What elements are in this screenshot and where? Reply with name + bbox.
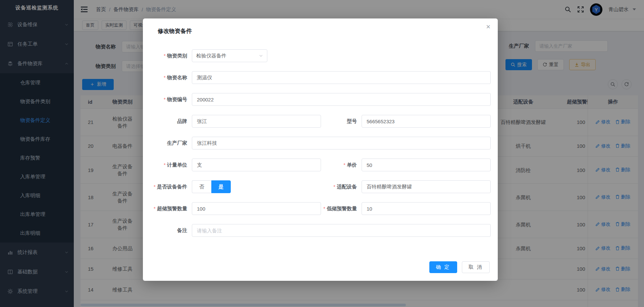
form-row-remark: 备注 — [143, 224, 498, 237]
name-field[interactable] — [192, 71, 491, 84]
field-label-code: 物资编号 — [143, 96, 187, 103]
modal-form: 物资类别 检验仪器备件 物资名称 物资编号 品牌 型号 — [143, 49, 498, 246]
field-label-unit: 计量单位 — [143, 162, 187, 168]
category-select[interactable]: 检验仪器备件 — [192, 49, 267, 62]
low-warn-field[interactable] — [362, 202, 491, 215]
modal-title: 修改物资备件 — [158, 27, 192, 35]
remark-field[interactable] — [192, 224, 491, 237]
over-warn-field[interactable] — [192, 202, 321, 215]
price-field[interactable] — [362, 159, 491, 171]
manufacturer-field[interactable] — [192, 137, 491, 149]
category-select-value: 检验仪器备件 — [196, 53, 259, 59]
form-row-unit-price: 计量单位 单价 — [143, 159, 498, 171]
form-row-brand-model: 品牌 型号 — [143, 115, 498, 128]
form-row-name: 物资名称 — [143, 71, 498, 84]
cancel-button[interactable]: 取 消 — [462, 261, 490, 273]
is-device-toggle: 否 是 — [192, 180, 231, 193]
form-row-manufacturer: 生产厂家 — [143, 137, 498, 149]
app-root: 设备巡检监测系统 设备维保 任务工单 备件物资库 仓库管理 物资备件类别 物资备… — [0, 0, 644, 307]
code-field[interactable] — [192, 93, 491, 106]
form-row-isdevice-device: 是否设备备件 否 是 适配设备 — [143, 180, 498, 193]
field-label-brand: 品牌 — [143, 118, 187, 125]
chevron-down-icon — [259, 54, 263, 58]
form-row-category: 物资类别 检验仪器备件 — [143, 49, 498, 62]
field-label-price: 单价 — [321, 162, 357, 168]
toggle-option-no[interactable]: 否 — [192, 180, 211, 193]
brand-field[interactable] — [192, 115, 321, 128]
field-label-manufacturer: 生产厂家 — [143, 140, 187, 146]
field-label-overwarn: 超储预警数量 — [143, 206, 187, 212]
toggle-option-yes[interactable]: 是 — [211, 180, 231, 193]
field-label-model: 型号 — [321, 118, 357, 125]
unit-field[interactable] — [192, 159, 321, 171]
edit-spare-part-modal: 修改物资备件 × 物资类别 检验仪器备件 物资名称 物资编号 品牌 — [143, 18, 498, 281]
field-label-device: 适配设备 — [321, 184, 357, 190]
field-label-category: 物资类别 — [143, 53, 187, 59]
field-label-lowwarn: 低储预警数量 — [321, 206, 357, 212]
close-icon[interactable]: × — [486, 23, 490, 31]
field-label-name: 物资名称 — [143, 75, 187, 81]
form-row-warn: 超储预警数量 低储预警数量 — [143, 202, 498, 215]
model-field[interactable] — [362, 115, 491, 128]
modal-footer: 确 定 取 消 — [429, 261, 490, 273]
field-label-remark: 备注 — [143, 227, 187, 234]
form-row-code: 物资编号 — [143, 93, 498, 106]
field-label-isdevice: 是否设备备件 — [143, 184, 187, 190]
confirm-button[interactable]: 确 定 — [429, 261, 457, 273]
device-field[interactable] — [362, 180, 491, 193]
